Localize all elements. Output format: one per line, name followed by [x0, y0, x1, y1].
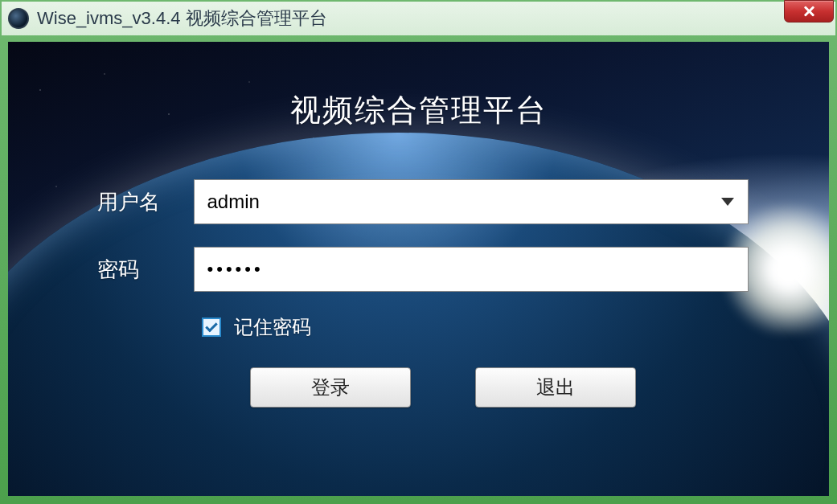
- window-title: Wise_ivms_v3.4.4 视频综合管理平台: [37, 6, 327, 31]
- login-form: 用户名 密码 记住密码: [89, 179, 749, 408]
- password-field-wrap: [194, 247, 749, 292]
- window-frame: Wise_ivms_v3.4.4 视频综合管理平台 视频综合管理平台 用户名 密…: [0, 0, 837, 504]
- password-row: 密码: [89, 247, 749, 292]
- password-label: 密码: [89, 256, 194, 284]
- button-row: 登录 退出: [137, 367, 749, 408]
- login-button[interactable]: 登录: [250, 367, 411, 408]
- username-input[interactable]: [194, 179, 749, 224]
- close-button[interactable]: [784, 0, 834, 23]
- check-icon: [205, 320, 218, 333]
- close-icon: [802, 5, 815, 18]
- remember-label: 记住密码: [234, 314, 311, 340]
- chevron-down-icon[interactable]: [721, 198, 734, 206]
- app-icon: [8, 8, 29, 29]
- exit-button[interactable]: 退出: [475, 367, 636, 408]
- username-field-wrap: [194, 179, 749, 224]
- login-panel: 视频综合管理平台 用户名 密码: [8, 42, 829, 496]
- title-bar[interactable]: Wise_ivms_v3.4.4 视频综合管理平台: [2, 2, 835, 35]
- remember-checkbox[interactable]: [202, 318, 221, 337]
- remember-row: 记住密码: [202, 314, 749, 340]
- app-heading: 视频综合管理平台: [8, 90, 829, 131]
- username-row: 用户名: [89, 179, 749, 224]
- password-input[interactable]: [194, 247, 749, 292]
- login-content: 视频综合管理平台 用户名 密码: [8, 42, 829, 408]
- username-label: 用户名: [89, 188, 194, 216]
